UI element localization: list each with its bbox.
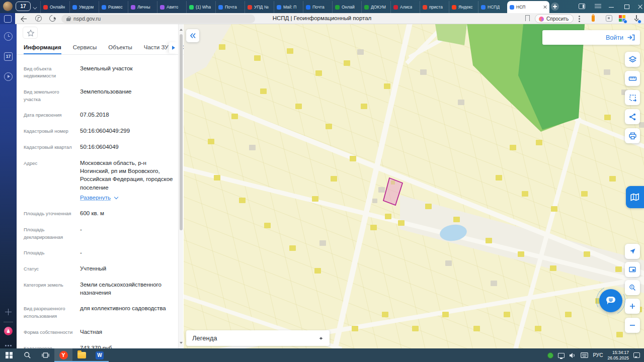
new-tab-button[interactable] (551, 3, 559, 11)
window-close-button[interactable] (633, 0, 644, 13)
zoom-in-button[interactable] (625, 299, 640, 314)
browser-tab[interactable]: Почта (215, 1, 245, 13)
window-minimize-button[interactable] (604, 0, 619, 13)
panel-tab[interactable]: Части ЗУ (144, 41, 169, 54)
taskbar-word[interactable]: W (91, 348, 109, 362)
tab-title: Яндекс (458, 5, 473, 10)
browser-tab[interactable]: Mail: П (274, 1, 303, 13)
browser-tab[interactable]: Яндекс (449, 1, 478, 13)
map-pane[interactable]: Войти (184, 24, 644, 348)
browser-menu-icon[interactable] (595, 4, 601, 9)
side-panel-icon[interactable] (579, 4, 585, 9)
expand-address-link[interactable]: Развернуть (80, 194, 175, 202)
legend-bar[interactable]: Легенда (186, 330, 330, 346)
window-restore-button[interactable] (619, 0, 634, 13)
taskbar-search-button[interactable] (18, 348, 36, 362)
scroll-down-icon[interactable] (180, 342, 183, 345)
collapse-panel-button[interactable] (186, 29, 199, 42)
browser-tab[interactable]: Личны (128, 1, 157, 13)
browser-tab[interactable]: Онлайн (40, 1, 69, 13)
tab-counter-chevron-icon[interactable] (33, 6, 37, 10)
browser-toolbar: nspd.gov.ru НСПД | Геоинформационный пор… (0, 13, 644, 24)
media-icon[interactable] (4, 72, 13, 81)
tab-favicon (335, 5, 340, 10)
legend-expand-icon[interactable] (318, 335, 324, 341)
search-on-map-button[interactable] (625, 280, 640, 295)
browser-tab[interactable]: Авито (157, 1, 186, 13)
tab-favicon (102, 5, 106, 10)
measure-button[interactable] (625, 71, 640, 86)
taskbar-file-explorer[interactable] (72, 348, 91, 362)
profile-avatar[interactable] (3, 2, 13, 11)
action-center-icon[interactable] (633, 352, 640, 358)
panel-tab[interactable]: Информация (24, 41, 61, 54)
start-button[interactable] (0, 348, 18, 362)
tabs-overflow-arrow-button[interactable] (169, 42, 178, 53)
browser-tab[interactable]: НСПД (478, 1, 507, 13)
select-area-button[interactable] (625, 90, 640, 105)
favorite-star-button[interactable] (23, 27, 38, 39)
panel-scrollbar[interactable] (178, 24, 183, 348)
browser-tab[interactable]: Уведом (69, 1, 99, 13)
tray-app-icon[interactable] (547, 352, 553, 358)
browser-tab[interactable]: приста (420, 1, 449, 13)
browser-tab[interactable]: Почта (303, 1, 332, 13)
layers-icon (628, 55, 637, 64)
browser-tab[interactable]: НСП (507, 1, 549, 13)
panel-tab[interactable]: Сервисы (73, 41, 97, 54)
downloads-icon[interactable] (633, 15, 639, 22)
extension-icon[interactable] (606, 15, 612, 22)
browser-tab[interactable]: УПД № (245, 1, 274, 13)
scroll-up-icon[interactable] (180, 27, 183, 31)
windows-logo-icon (6, 352, 13, 359)
touch-keyboard-icon[interactable] (581, 352, 588, 358)
more-options-icon[interactable] (579, 16, 580, 17)
task-view-button[interactable] (36, 348, 54, 362)
login-icon (627, 34, 635, 41)
my-location-button[interactable] (625, 244, 640, 259)
print-icon (628, 132, 637, 140)
browser-tab[interactable]: (1) Wha (186, 1, 215, 13)
print-button[interactable] (625, 128, 640, 143)
field-value: для коллективного садоводства (80, 304, 175, 320)
language-indicator[interactable]: РУС (593, 352, 603, 358)
extension-grid-icon[interactable] (619, 15, 625, 22)
volume-icon[interactable] (569, 352, 576, 358)
taskbar-clock[interactable]: 15:34:17 26.05.2025 (607, 350, 629, 360)
tab-close-icon[interactable] (543, 5, 547, 9)
browser-tab[interactable]: Размес (99, 1, 128, 13)
tab-favicon (423, 5, 427, 10)
login-label[interactable]: Войти (606, 34, 623, 41)
share-button[interactable] (625, 109, 640, 124)
share-icon (628, 113, 637, 121)
tab-title: Mail: П (283, 5, 296, 10)
bookmark-icon[interactable] (525, 15, 530, 21)
taskbar-yandex-browser[interactable]: Y (54, 348, 72, 362)
support-chat-button[interactable] (599, 289, 622, 312)
browser-tabs: Онлайн Уведом Размес Личны Авито (40, 0, 549, 13)
calendar-icon[interactable]: 17 (4, 52, 13, 61)
sidebar-add-icon[interactable] (4, 308, 13, 316)
browser-tab[interactable]: Алиса (390, 1, 420, 13)
browser-tab[interactable]: ДОКУМ (361, 1, 390, 13)
minimap-button[interactable] (625, 262, 640, 277)
zoom-out-button[interactable] (625, 318, 640, 333)
panel-tab[interactable]: Объекты (108, 41, 132, 54)
tab-favicon (481, 5, 486, 10)
layers-button[interactable] (625, 52, 640, 67)
map-guide-icon (630, 193, 640, 202)
scrollbar-thumb[interactable] (180, 34, 183, 230)
feedback-tab[interactable] (626, 186, 644, 208)
tab-favicon (72, 5, 77, 10)
ask-ai-button[interactable]: Спросить (535, 14, 574, 23)
network-icon[interactable] (558, 353, 565, 358)
browser-tab[interactable]: Онлай (332, 1, 361, 13)
history-icon[interactable] (4, 32, 13, 41)
tab-title: Почта (312, 5, 325, 10)
clock-date: 26.05.2025 (607, 355, 629, 361)
alice-assistant-icon[interactable] (4, 327, 13, 335)
tab-favicon (160, 5, 165, 10)
extension-icon[interactable] (592, 15, 595, 22)
login-bar[interactable]: Войти (542, 30, 640, 45)
tab-counter[interactable]: 17 (16, 2, 31, 11)
